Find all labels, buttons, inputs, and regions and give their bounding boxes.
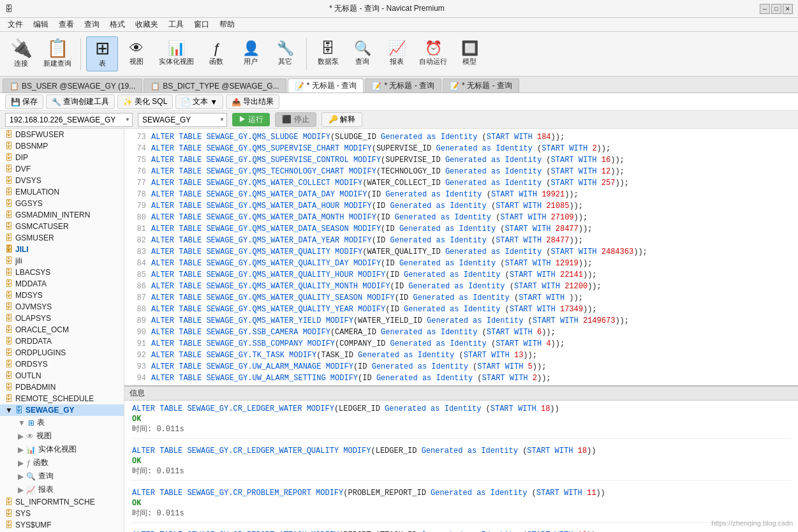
sidebar-item-table[interactable]: ▼⊞表 xyxy=(0,416,124,429)
tb-new-query[interactable]: 📋 新建查询 xyxy=(40,37,75,71)
sidebar-item-mdsys[interactable]: 🗄MDSYS xyxy=(0,290,124,301)
tb-query[interactable]: 🔍 查询 xyxy=(346,39,378,69)
tb-function[interactable]: ƒ 函数 xyxy=(200,39,232,69)
line-code: ALTER TABLE SEWAGE_GY.SSB_CAMERA MODIFY(… xyxy=(151,327,556,338)
db-icon: 🗄 xyxy=(5,165,13,174)
beautify-button[interactable]: ✨ 美化 SQL xyxy=(117,94,173,109)
line-code: ALTER TABLE SEWAGE_GY.QMS_WATER_DATA_MON… xyxy=(151,212,587,223)
tb-table[interactable]: ⊞ 表 xyxy=(86,36,118,71)
tab-1-label: BS_DICT_TYPE @SEWAGE_G... xyxy=(163,82,279,91)
menu-help[interactable]: 帮助 xyxy=(214,18,240,31)
menu-edit[interactable]: 编辑 xyxy=(28,18,54,31)
menu-tools[interactable]: 工具 xyxy=(163,18,189,31)
tb-matview-label: 实体化视图 xyxy=(159,57,194,66)
sidebar-item-sysumf[interactable]: 🗄SYS$UMF xyxy=(0,519,124,531)
menu-favorites[interactable]: 收藏夹 xyxy=(130,18,163,31)
query-tool-icon: 🔧 xyxy=(52,98,61,107)
sidebar-item-querynode[interactable]: ▶🔍查询 xyxy=(0,469,124,483)
sidebar-item-dip[interactable]: 🗄DIP xyxy=(0,152,124,163)
tb-matview[interactable]: 📊 实体化视图 xyxy=(155,39,198,69)
db-icon: 🗄 xyxy=(5,268,13,277)
matview-icon: 📊 xyxy=(26,445,36,454)
sidebar-item-func[interactable]: ▶ƒ 函数 xyxy=(0,456,124,469)
close-btn[interactable]: ✕ xyxy=(783,4,793,14)
user-icon: 👤 xyxy=(242,41,260,55)
code-line: 77ALTER TABLE SEWAGE_GY.QMS_WATER_COLLEC… xyxy=(124,177,798,189)
sidebar-item-gsmadmin[interactable]: 🗄GSMADMIN_INTERN xyxy=(0,209,124,221)
export-button[interactable]: 📤 导出结果 xyxy=(226,94,279,109)
sidebar-item-jili2[interactable]: 🗄jili xyxy=(0,255,124,267)
sidebar-item-oracle-ocm[interactable]: 🗄ORACLE_OCM xyxy=(0,324,124,336)
tb-view[interactable]: 👁 视图 xyxy=(121,39,152,69)
info-block: ALTER TABLE SEWAGE_GY.CR_PROBLEM_REPORT … xyxy=(132,487,790,523)
tab-3[interactable]: 📝 * 无标题 - 查询 xyxy=(365,78,441,92)
code-line: 90ALTER TABLE SEWAGE_GY.SSB_CAMERA MODIF… xyxy=(124,327,798,338)
tab-1[interactable]: 📋 BS_DICT_TYPE @SEWAGE_G... xyxy=(144,78,286,92)
sidebar-item-gsmcatuser[interactable]: 🗄GSMCATUSER xyxy=(0,221,124,232)
query-tool-button[interactable]: 🔧 查询创建工具 xyxy=(46,94,115,109)
sidebar-item-olapsys[interactable]: 🗄OLAPSYS xyxy=(0,313,124,324)
menu-format[interactable]: 格式 xyxy=(105,18,130,31)
sidebar-item-ojvmsys[interactable]: 🗄OJVMSYS xyxy=(0,301,124,313)
db-icon: 🗄 xyxy=(5,291,13,300)
sidebar-item-dbsfwuser[interactable]: 🗄DBSFWUSER xyxy=(0,129,124,140)
sidebar-item-remote-schedule[interactable]: 🗄REMOTE_SCHEDULE xyxy=(0,393,124,404)
query-area: 73ALTER TABLE SEWAGE_GY.QMS_SLUDGE MODIF… xyxy=(124,129,798,532)
sidebar-item-matview[interactable]: ▶📊实体化视图 xyxy=(0,443,124,456)
sidebar-item-view[interactable]: ▶👁视图 xyxy=(0,429,124,443)
line-code: ALTER TABLE SEWAGE_GY.QMS_WATER_YIELD MO… xyxy=(151,315,629,327)
tab-2[interactable]: 📝 * 无标题 - 查询 xyxy=(288,78,364,92)
connection-select[interactable]: 192.168.10.226_SEWAGE_GY xyxy=(5,113,133,127)
maximize-btn[interactable]: □ xyxy=(771,4,781,14)
stop-button[interactable]: ⬛ 停止 xyxy=(275,112,316,127)
sidebar-item-dvf[interactable]: 🗄DVF xyxy=(0,163,124,175)
save-button[interactable]: 💾 保存 xyxy=(5,94,43,109)
sidebar-item-orddata[interactable]: 🗄ORDDATA xyxy=(0,336,124,347)
sidebar-item-mddata[interactable]: 🗄MDDATA xyxy=(0,278,124,290)
sidebar-item-dbsnmp[interactable]: 🗄DBSNMP xyxy=(0,140,124,152)
minimize-btn[interactable]: ─ xyxy=(760,4,770,14)
sidebar-item-ordplugins[interactable]: 🗄ORDPLUGINS xyxy=(0,347,124,358)
tb-user[interactable]: 👤 用户 xyxy=(235,39,267,69)
tb-report[interactable]: 📈 报表 xyxy=(381,39,413,69)
sidebar-item-emulation[interactable]: 🗄EMULATION xyxy=(0,186,124,198)
db-icon: 🗄 xyxy=(5,245,13,254)
tb-connect[interactable]: 🔌 连接 xyxy=(5,37,37,71)
sidebar-item-sl-informtn[interactable]: 🗄SL_INFORMTN_SCHE xyxy=(0,496,124,508)
sidebar-item-sys[interactable]: 🗄SYS xyxy=(0,508,124,519)
db-icon: 🗄 xyxy=(5,509,13,518)
run-icon: ▶ xyxy=(239,115,246,124)
tb-model[interactable]: 🔲 模型 xyxy=(454,39,485,69)
text-button[interactable]: 📄 文本 ▼ xyxy=(175,94,223,109)
explain-button[interactable]: 🔑 解释 xyxy=(321,112,362,127)
code-editor[interactable]: 73ALTER TABLE SEWAGE_GY.QMS_SLUDGE MODIF… xyxy=(124,129,798,385)
sidebar-item-lbacsys[interactable]: 🗄LBACSYS xyxy=(0,267,124,278)
db-icon: 🗄 xyxy=(5,383,13,392)
info-time: 时间: 0.011s xyxy=(132,508,790,519)
tb-autorun[interactable]: ⏰ 自动运行 xyxy=(415,39,451,69)
tb-other[interactable]: 🔧 其它 xyxy=(269,39,301,69)
menu-view[interactable]: 查看 xyxy=(54,18,79,31)
menu-query[interactable]: 查询 xyxy=(79,18,105,31)
menu-window[interactable]: 窗口 xyxy=(189,18,214,31)
sidebar-item-ggsys[interactable]: 🗄GGSYS xyxy=(0,198,124,209)
sidebar-item-jili[interactable]: 🗄JILI xyxy=(0,244,124,255)
sidebar-item-report[interactable]: ▶📈报表 xyxy=(0,483,124,496)
code-line: 93ALTER TABLE SEWAGE_GY.UW_ALARM_MANAGE … xyxy=(124,361,798,373)
sidebar-item-pdbadmin[interactable]: 🗄PDBADMIN xyxy=(0,381,124,393)
sidebar-item-gsmuser[interactable]: 🗄GSMUSER xyxy=(0,232,124,244)
run-button[interactable]: ▶ 运行 xyxy=(232,113,270,126)
sidebar-item-sewage-gy[interactable]: ▼🗄SEWAGE_GY xyxy=(0,404,124,416)
sidebar-item-outln[interactable]: 🗄OUTLN xyxy=(0,370,124,381)
tab-4[interactable]: 📝 * 无标题 - 查询 xyxy=(443,78,519,92)
db-icon: 🗄 xyxy=(5,222,13,231)
sidebar-item-dvsys[interactable]: 🗄DVSYS xyxy=(0,175,124,186)
menu-file[interactable]: 文件 xyxy=(3,18,28,31)
database-select[interactable]: SEWAGE_GY xyxy=(138,113,227,127)
line-number: 86 xyxy=(127,281,146,292)
db-icon: 🗄 xyxy=(5,176,13,185)
tab-0[interactable]: 📋 BS_USER @SEWAGE_GY (19... xyxy=(3,78,142,92)
tb-datapump[interactable]: 🗄 数据泵 xyxy=(312,39,344,69)
sidebar-item-ordsys[interactable]: 🗄ORDSYS xyxy=(0,358,124,370)
line-number: 90 xyxy=(127,327,146,338)
